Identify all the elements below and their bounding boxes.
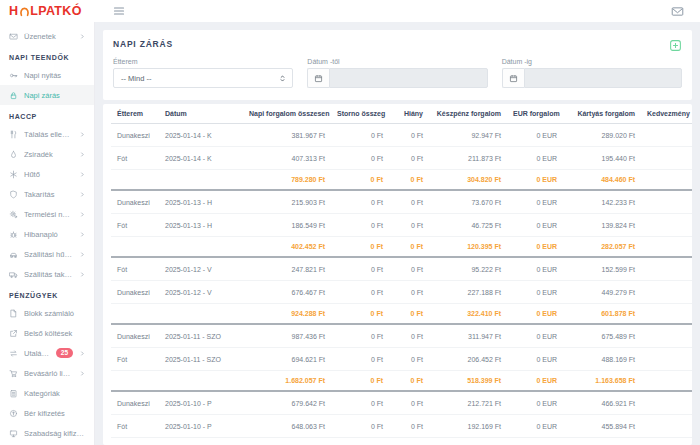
sidebar-item-utalások[interactable]: Utalások25 (0, 343, 94, 363)
cell: 0 EUR (507, 348, 563, 371)
cell (641, 147, 692, 170)
brand-logo[interactable]: H LPATKÓ (9, 4, 82, 18)
cell (159, 170, 243, 191)
cell: 0 Ft (389, 190, 429, 214)
sidebar-item-kategóriák[interactable]: Kategóriák (0, 383, 94, 403)
chevron-right-icon (79, 131, 86, 138)
cell (641, 214, 692, 237)
cell (641, 281, 692, 304)
date-to-calendar-icon[interactable] (502, 68, 524, 88)
droplet-icon (9, 150, 18, 159)
group-total-row: 1.327.705 Ft0 Ft0 Ft404.890 Ft0 EUR922.8… (111, 438, 692, 445)
cell (159, 438, 243, 445)
cell: 466.921 Ft (563, 391, 641, 415)
sidebar-item-szállítási-hűtőtér[interactable]: Szállítási hűtőtér (0, 244, 94, 264)
cell: 0 Ft (331, 438, 389, 445)
cell: 46.725 Ft (429, 214, 507, 237)
cell: 404.890 Ft (429, 438, 507, 445)
lock-icon (9, 91, 18, 100)
cell: 0 Ft (331, 281, 389, 304)
cell: 2025-01-11 - SZO (159, 348, 243, 371)
cell: 0 Ft (389, 170, 429, 191)
coin-icon (9, 409, 18, 418)
sidebar-item-label: Bér kifizetés (24, 409, 86, 418)
cell: 152.599 Ft (563, 257, 641, 281)
sidebar-item-takarítás[interactable]: Takarítás (0, 184, 94, 204)
sidebar-item-napi-nyitás[interactable]: Napi nyitás (0, 65, 94, 85)
sidebar-item-hűtő[interactable]: Hűtő (0, 164, 94, 184)
sidebar-item-bér-kifizetés[interactable]: Bér kifizetés (0, 403, 94, 423)
cell: Dunakeszi (111, 124, 159, 147)
sidebar-item-label: Hűtő (24, 170, 73, 179)
cell (641, 190, 692, 214)
sidebar-item-szabadság-kifizetése[interactable]: Szabadság kifizetése (0, 423, 94, 443)
cell: 142.233 Ft (563, 190, 641, 214)
cell (111, 438, 159, 445)
table-row: Dunakeszi2025-01-13 - H215.903 Ft0 Ft0 F… (111, 190, 692, 214)
column-header: Dátum (159, 104, 243, 124)
cell: 0 Ft (389, 371, 429, 392)
cell: 206.452 Ft (429, 348, 507, 371)
bug-icon (9, 230, 18, 239)
sidebar-item-üzenetek[interactable]: Üzenetek (0, 26, 94, 46)
sidebar-item-napi-zárás[interactable]: Napi zárás (0, 85, 94, 105)
cell: 0 Ft (389, 214, 429, 237)
cell: 73.670 Ft (429, 190, 507, 214)
cell: 2025-01-14 - K (159, 124, 243, 147)
cell: 987.436 Ft (243, 324, 331, 348)
cell: 227.188 Ft (429, 281, 507, 304)
cell: 0 Ft (389, 257, 429, 281)
chevron-right-icon (79, 370, 86, 377)
cell (641, 257, 692, 281)
sidebar-item-label: Szállítási hűtőtér (24, 250, 73, 259)
sidebar-item-tálalás-ellenőrzés[interactable]: Tálalás ellenőrzés (0, 124, 94, 144)
cell: 0 EUR (507, 257, 563, 281)
cell (159, 237, 243, 258)
sidebar-item-bevásárló-listák[interactable]: Bevásárló listák (0, 363, 94, 383)
brand-prefix: H (9, 4, 18, 18)
restaurant-filter-label: Étterem (113, 58, 293, 65)
restaurant-select-value: -- Mind -- (121, 74, 151, 83)
cell (641, 170, 692, 191)
cell: Fót (111, 415, 159, 438)
clipboard-icon (9, 389, 18, 398)
cell (111, 170, 159, 191)
messages-envelope-icon[interactable] (669, 3, 686, 20)
cell: 0 Ft (389, 391, 429, 415)
cell: 488.169 Ft (563, 348, 641, 371)
date-to-input[interactable] (524, 68, 682, 88)
cell (111, 237, 159, 258)
filters-card: NAPI ZÁRÁS Étterem -- Mind -- Dátum -tő (103, 30, 692, 100)
cell: 922.815 Ft (563, 438, 641, 445)
sidebar-item-szállítás-takarítás[interactable]: Szállítás takarítás (0, 264, 94, 284)
cell: 2025-01-12 - V (159, 281, 243, 304)
cell: 289.020 Ft (563, 124, 641, 147)
cell (159, 371, 243, 392)
cell: 789.280 Ft (243, 170, 331, 191)
date-from-calendar-icon[interactable] (307, 68, 329, 88)
date-from-input[interactable] (329, 68, 487, 88)
cell (111, 371, 159, 392)
sidebar-item-termelési-napló[interactable]: Termelési napló (0, 204, 94, 224)
cell: 676.467 Ft (243, 281, 331, 304)
sidebar-item-zsiradék[interactable]: Zsiradék (0, 144, 94, 164)
horseshoe-icon (19, 6, 30, 17)
add-button[interactable] (669, 39, 682, 52)
chevron-right-icon (79, 151, 86, 158)
shield-icon (9, 190, 18, 199)
sidebar-item-belső-költések[interactable]: Belső költések (0, 323, 94, 343)
cell: 0 Ft (331, 237, 389, 258)
cell: Dunakeszi (111, 190, 159, 214)
hamburger-icon[interactable] (111, 3, 127, 19)
sidebar-section-header: NAPI TEENDŐK (0, 46, 94, 65)
sidebar-item-hibanapló[interactable]: Hibanapló (0, 224, 94, 244)
sidebar-item-blokk-számláló[interactable]: Blokk számláló (0, 303, 94, 323)
cell: 2025-01-13 - H (159, 214, 243, 237)
cell: 282.057 Ft (563, 237, 641, 258)
restaurant-select[interactable]: -- Mind -- (113, 68, 293, 88)
cell (641, 237, 692, 258)
cell: 0 Ft (389, 147, 429, 170)
table-row: Fót2025-01-11 - SZO694.621 Ft0 Ft0 Ft206… (111, 348, 692, 371)
cell: 0 Ft (389, 304, 429, 325)
cell: 0 Ft (331, 190, 389, 214)
